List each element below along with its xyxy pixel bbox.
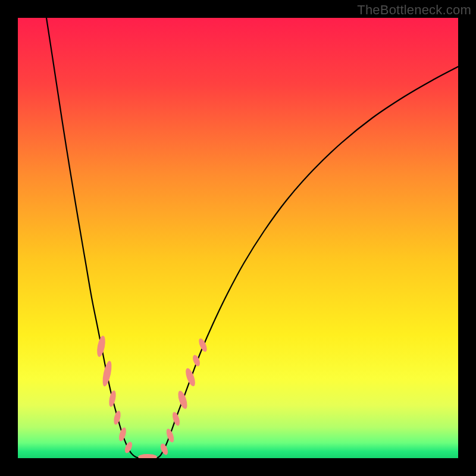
plot-area: [18, 18, 458, 458]
gradient-background: [18, 18, 458, 458]
chart-frame: TheBottleneck.com: [0, 0, 476, 476]
chart-svg: [18, 18, 458, 458]
watermark-text: TheBottleneck.com: [357, 2, 471, 18]
